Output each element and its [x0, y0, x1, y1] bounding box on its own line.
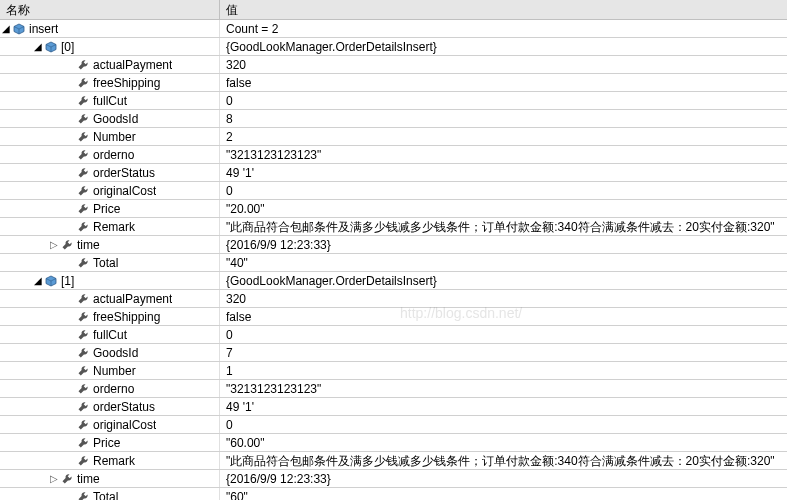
row-value[interactable]: {2016/9/9 12:23:33} [220, 236, 787, 253]
tree-row-property[interactable]: ▷time{2016/9/9 12:23:33} [0, 236, 787, 254]
row-value[interactable]: "3213123123123" [220, 380, 787, 397]
row-value[interactable]: 0 [220, 326, 787, 343]
tree-row-property[interactable]: Number2 [0, 128, 787, 146]
row-value[interactable]: {GoodLookManager.OrderDetailsInsert} [220, 38, 787, 55]
row-label: Remark [93, 218, 135, 235]
row-value[interactable]: {2016/9/9 12:23:33} [220, 470, 787, 487]
tree-row-property[interactable]: orderno"3213123123123" [0, 146, 787, 164]
row-label: time [77, 470, 100, 487]
wrench-icon [75, 165, 91, 181]
tree-row-property[interactable]: Number1 [0, 362, 787, 380]
row-label: GoodsId [93, 110, 138, 127]
column-value-header[interactable]: 值 [220, 0, 787, 19]
wrench-icon [75, 129, 91, 145]
row-value[interactable]: "20.00" [220, 200, 787, 217]
row-value[interactable]: "40" [220, 254, 787, 271]
row-label: fullCut [93, 92, 127, 109]
tree-row-property[interactable]: GoodsId8 [0, 110, 787, 128]
row-label: orderno [93, 146, 134, 163]
wrench-icon [75, 399, 91, 415]
row-label: time [77, 236, 100, 253]
expand-toggle-icon[interactable]: ◢ [32, 38, 43, 55]
wrench-icon [75, 75, 91, 91]
wrench-icon [59, 471, 75, 487]
row-label: Total [93, 254, 118, 271]
column-name-header[interactable]: 名称 [0, 0, 220, 19]
tree-row-item[interactable]: ◢[0]{GoodLookManager.OrderDetailsInsert} [0, 38, 787, 56]
tree-row-item[interactable]: ◢[1]{GoodLookManager.OrderDetailsInsert} [0, 272, 787, 290]
tree-row-property[interactable]: freeShippingfalse [0, 74, 787, 92]
tree-row-property[interactable]: originalCost0 [0, 416, 787, 434]
tree-row-property[interactable]: actualPayment320 [0, 290, 787, 308]
wrench-icon [75, 417, 91, 433]
row-value[interactable]: 0 [220, 92, 787, 109]
row-value[interactable]: 0 [220, 416, 787, 433]
row-label: Total [93, 488, 118, 500]
wrench-icon [75, 489, 91, 501]
row-value[interactable]: false [220, 74, 787, 91]
tree-row-property[interactable]: GoodsId7 [0, 344, 787, 362]
row-label: orderStatus [93, 164, 155, 181]
expand-toggle-icon[interactable]: ◢ [32, 272, 43, 289]
tree-row-property[interactable]: Remark"此商品符合包邮条件及满多少钱减多少钱条件；订单付款金额:340符合… [0, 218, 787, 236]
expand-toggle-icon[interactable]: ▷ [48, 470, 59, 487]
wrench-icon [75, 219, 91, 235]
row-label: freeShipping [93, 74, 160, 91]
tree-row-property[interactable]: orderStatus49 '1' [0, 398, 787, 416]
tree-row-root[interactable]: ◢insertCount = 2 [0, 20, 787, 38]
wrench-icon [75, 183, 91, 199]
wrench-icon [75, 57, 91, 73]
row-value[interactable]: 49 '1' [220, 164, 787, 181]
expand-toggle-icon[interactable]: ▷ [48, 236, 59, 253]
property-grid: ◢insertCount = 2◢[0]{GoodLookManager.Ord… [0, 20, 787, 500]
tree-row-property[interactable]: Price"20.00" [0, 200, 787, 218]
row-label: [1] [61, 272, 74, 289]
tree-row-property[interactable]: fullCut0 [0, 326, 787, 344]
row-label: originalCost [93, 182, 156, 199]
row-value[interactable]: 320 [220, 290, 787, 307]
row-value[interactable]: "3213123123123" [220, 146, 787, 163]
row-value[interactable]: "60" [220, 488, 787, 500]
row-label: Price [93, 434, 120, 451]
tree-row-property[interactable]: freeShippingfalse [0, 308, 787, 326]
row-label: actualPayment [93, 290, 172, 307]
object-icon [11, 21, 27, 37]
row-label: Price [93, 200, 120, 217]
tree-row-property[interactable]: actualPayment320 [0, 56, 787, 74]
wrench-icon [75, 381, 91, 397]
row-value[interactable]: "60.00" [220, 434, 787, 451]
row-label: orderStatus [93, 398, 155, 415]
tree-row-property[interactable]: Price"60.00" [0, 434, 787, 452]
row-label: GoodsId [93, 344, 138, 361]
tree-row-property[interactable]: fullCut0 [0, 92, 787, 110]
row-value[interactable]: 1 [220, 362, 787, 379]
row-value[interactable]: 8 [220, 110, 787, 127]
tree-row-property[interactable]: originalCost0 [0, 182, 787, 200]
tree-row-property[interactable]: ▷time{2016/9/9 12:23:33} [0, 470, 787, 488]
wrench-icon [75, 435, 91, 451]
row-value[interactable]: 7 [220, 344, 787, 361]
row-label: Remark [93, 452, 135, 469]
tree-row-property[interactable]: Total"40" [0, 254, 787, 272]
tree-row-property[interactable]: Total"60" [0, 488, 787, 500]
object-icon [43, 273, 59, 289]
row-value[interactable]: 2 [220, 128, 787, 145]
row-value[interactable]: false [220, 308, 787, 325]
row-value[interactable]: 320 [220, 56, 787, 73]
object-icon [43, 39, 59, 55]
row-value[interactable]: 49 '1' [220, 398, 787, 415]
row-label: [0] [61, 38, 74, 55]
column-header: 名称 值 [0, 0, 787, 20]
row-value[interactable]: Count = 2 [220, 20, 787, 37]
wrench-icon [75, 327, 91, 343]
row-label: insert [29, 20, 58, 37]
tree-row-property[interactable]: orderStatus49 '1' [0, 164, 787, 182]
tree-row-property[interactable]: Remark"此商品符合包邮条件及满多少钱减多少钱条件；订单付款金额:340符合… [0, 452, 787, 470]
row-value[interactable]: "此商品符合包邮条件及满多少钱减多少钱条件；订单付款金额:340符合满减条件减去… [220, 218, 787, 235]
row-value[interactable]: 0 [220, 182, 787, 199]
expand-toggle-icon[interactable]: ◢ [0, 20, 11, 37]
tree-row-property[interactable]: orderno"3213123123123" [0, 380, 787, 398]
row-value[interactable]: {GoodLookManager.OrderDetailsInsert} [220, 272, 787, 289]
wrench-icon [75, 147, 91, 163]
row-value[interactable]: "此商品符合包邮条件及满多少钱减多少钱条件；订单付款金额:340符合满减条件减去… [220, 452, 787, 469]
